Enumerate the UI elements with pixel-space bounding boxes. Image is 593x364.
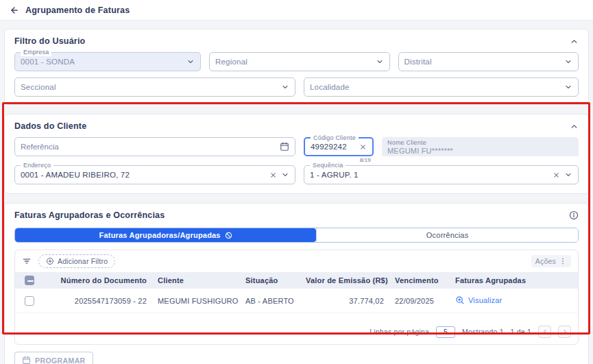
sequencia-label: Sequência <box>310 162 346 169</box>
topbar: Agrupamento de Faturas <box>0 0 593 21</box>
codigo-cliente-label: Código Cliente <box>311 134 359 142</box>
col-header-valor[interactable]: Valor de Emissão (R$) <box>300 276 389 284</box>
actions-button[interactable]: Ações <box>531 255 571 267</box>
distrital-placeholder: Distrital <box>404 58 565 66</box>
endereco-value: 0001 - AMADEU RIBEIRO, 72 <box>21 171 269 179</box>
empresa-label: Empresa <box>21 49 51 56</box>
select-all-checkbox[interactable] <box>25 276 34 285</box>
chevron-down-icon <box>376 58 384 66</box>
nome-cliente-value: MEGUMI FU******* <box>387 147 453 155</box>
clear-x-icon[interactable] <box>269 171 277 179</box>
collapse-chevron-up-icon[interactable] <box>570 122 579 131</box>
tab-ocorrencias-label: Ocorrências <box>426 231 469 239</box>
table-row[interactable]: 2025547173059 - 22 MEGUMI FUSHIGURO AB -… <box>15 289 578 313</box>
sequencia-value: 1 - AGRUP. 1 <box>310 171 553 179</box>
rows-per-page-input[interactable]: 5 <box>436 326 455 338</box>
nome-cliente-field: Nome Cliente MEGUMI FU******* <box>382 137 579 156</box>
cell-valor: 37.774,02 <box>300 297 389 305</box>
seccional-select[interactable]: Seccional <box>14 77 295 97</box>
distrital-select[interactable]: Distrital <box>398 52 579 71</box>
rows-per-page-label: Linhas por página <box>370 328 429 336</box>
seccional-placeholder: Seccional <box>21 83 281 91</box>
cell-vencimento: 22/09/2025 <box>389 297 450 305</box>
faturas-list-box: Adicionar Filtro Ações Número do Documen… <box>14 250 579 345</box>
add-filter-button[interactable]: Adicionar Filtro <box>38 254 115 268</box>
chevron-down-icon <box>281 83 289 91</box>
card-faturas: Faturas Agrupadoras e Ocorrências Fatura… <box>4 203 589 364</box>
programar-label: PROGRAMAR <box>35 356 86 364</box>
add-filter-label: Adicionar Filtro <box>58 257 108 265</box>
prev-page-button[interactable] <box>538 326 551 338</box>
sequencia-select[interactable]: Sequência 1 - AGRUP. 1 <box>304 165 579 184</box>
table-toolbar: Adicionar Filtro Ações <box>15 250 578 272</box>
programar-button[interactable]: PROGRAMAR <box>14 352 93 364</box>
showing-range-label: Mostrando 1 - 1 de 1 <box>462 328 531 336</box>
codigo-cliente-field[interactable]: Código Cliente 49929242 8/19 <box>304 137 374 156</box>
collapse-chevron-up-icon[interactable] <box>570 37 579 46</box>
info-icon[interactable] <box>569 210 579 220</box>
faturas-title: Faturas Agrupadoras e Ocorrências <box>14 210 165 220</box>
clear-x-icon[interactable] <box>359 143 367 151</box>
back-arrow-icon[interactable] <box>10 5 19 15</box>
regional-placeholder: Regional <box>215 58 376 66</box>
pagination: Linhas por página 5 Mostrando 1 - 1 de 1 <box>15 319 578 344</box>
chevron-down-icon <box>564 83 572 91</box>
referencia-input[interactable] <box>21 143 280 151</box>
endereco-label: Endereço <box>21 162 53 169</box>
col-header-faturas-agrupadas[interactable]: Faturas Agrupadas <box>450 276 578 284</box>
filter-icon[interactable] <box>22 256 32 266</box>
col-header-situacao[interactable]: Situação <box>240 276 300 284</box>
row-checkbox[interactable] <box>25 296 34 306</box>
page-title: Agrupamento de Faturas <box>25 5 130 15</box>
col-header-cliente[interactable]: Cliente <box>152 276 240 284</box>
chevron-down-icon[interactable] <box>281 171 289 179</box>
filtro-title: Filtro do Usuário <box>14 36 85 46</box>
tab-faturas-agrupadas-label: Faturas Agrupadoras/Agrupadas <box>99 231 221 239</box>
clear-x-icon[interactable] <box>553 171 560 179</box>
card-dados-cliente: Dados do Cliente Código Cliente 49929242… <box>4 114 589 194</box>
next-page-button[interactable] <box>558 326 571 338</box>
visualizar-link[interactable]: Visualizar <box>455 295 503 305</box>
empresa-value: 0001 - SONDA <box>21 58 186 66</box>
localidade-placeholder: Localidade <box>310 83 564 91</box>
localidade-select[interactable]: Localidade <box>304 77 579 97</box>
codigo-cliente-value: 49929242 <box>311 143 359 151</box>
table-header-row: Número do Documento Cliente Situação Val… <box>15 272 578 289</box>
card-filtro-usuario: Filtro do Usuário Empresa 0001 - SONDA R… <box>4 29 589 105</box>
cell-cliente: MEGUMI FUSHIGURO <box>152 297 240 305</box>
chevron-down-icon <box>564 58 572 66</box>
calendar-icon[interactable] <box>280 142 289 151</box>
tab-ocorrencias[interactable]: Ocorrências <box>316 228 578 242</box>
tab-bar: Faturas Agrupadoras/Agrupadas Ocorrência… <box>14 228 579 243</box>
visualizar-label: Visualizar <box>468 296 503 304</box>
magnifier-preview-icon <box>455 295 465 305</box>
calendar-icon <box>22 356 31 364</box>
slash-circle-icon <box>225 232 232 239</box>
plus-circle-icon <box>46 257 54 265</box>
endereco-select[interactable]: Endereço 0001 - AMADEU RIBEIRO, 72 <box>14 165 295 184</box>
tab-faturas-agrupadas[interactable]: Faturas Agrupadoras/Agrupadas <box>15 228 316 242</box>
nome-cliente-label: Nome Cliente <box>387 139 426 146</box>
chevron-down-icon <box>186 58 195 66</box>
actions-label: Ações <box>535 257 556 265</box>
char-counter: 8/19 <box>360 157 371 163</box>
kebab-menu-icon <box>559 257 567 265</box>
cell-numero: 2025547173059 - 22 <box>44 297 152 305</box>
cell-situacao: AB - ABERTO <box>240 297 300 305</box>
regional-select[interactable]: Regional <box>209 52 390 71</box>
chevron-down-icon[interactable] <box>564 171 572 179</box>
referencia-field[interactable] <box>14 137 295 156</box>
col-header-vencimento[interactable]: Vencimento <box>389 276 450 284</box>
dados-title: Dados do Cliente <box>14 121 86 131</box>
empresa-select[interactable]: Empresa 0001 - SONDA <box>14 52 201 71</box>
content: Filtro do Usuário Empresa 0001 - SONDA R… <box>0 21 593 364</box>
col-header-numero[interactable]: Número do Documento <box>44 276 152 284</box>
